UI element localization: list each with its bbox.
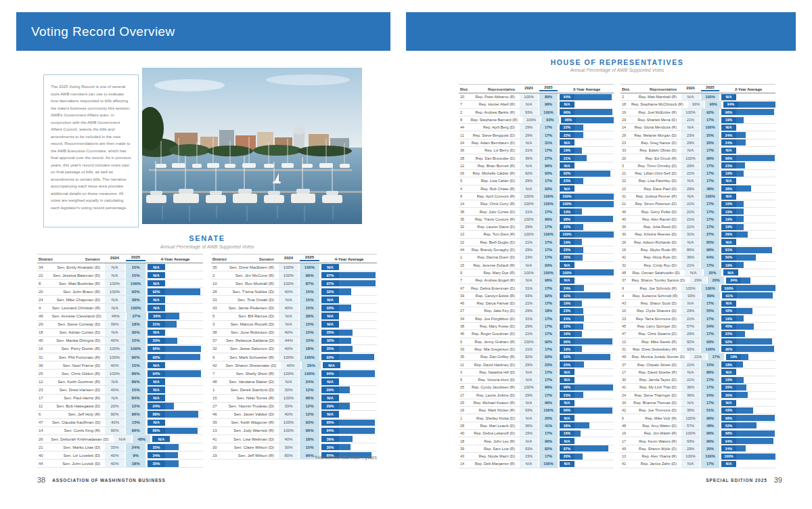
cell-2024-percent: N/A xyxy=(681,177,700,184)
cell-average: N/A xyxy=(560,400,614,406)
cell-2024-percent: 86% xyxy=(681,246,700,253)
cell-legislator-name: Sen. Rebecca Saldana (D) xyxy=(226,338,279,342)
cell-2025-percent: 100% xyxy=(300,353,319,361)
cell-district: 5 xyxy=(459,179,471,183)
average-value: 52% xyxy=(721,422,736,428)
cell-legislator-name: Sen. Shelly Short (R) xyxy=(226,372,279,376)
cell-district: 28 xyxy=(459,424,471,428)
cell-district: 47 xyxy=(459,286,471,290)
table-row: 1Rep. Davina Duerr (D)23%17%20% xyxy=(459,254,614,261)
table-row: 44Sen. John Lovick (D)40%18%35% xyxy=(37,460,203,468)
cell-2025-percent: 93% xyxy=(541,116,559,123)
table-row: 21Rep. Strom Peterson (D)21%17%19% xyxy=(621,200,775,208)
average-value: N/A xyxy=(148,280,165,287)
table-row: 23Sen. Drew Hansen (D)40%15%N/A xyxy=(37,386,203,394)
cell-average: 20% xyxy=(560,255,614,261)
cell-2025-percent: 17% xyxy=(701,223,719,230)
cell-legislator-name: Rep. Mia Gregerson (D) xyxy=(471,347,520,351)
average-value: 29% xyxy=(721,231,736,238)
cell-district: 41 xyxy=(211,437,226,441)
cell-2025-percent: 20% xyxy=(704,269,721,276)
table-row: 8Rep. April Connors (R)100%100%100% xyxy=(459,193,614,200)
cell-2024-percent: N/A xyxy=(520,376,538,383)
average-value: N/A xyxy=(560,278,574,284)
average-value: 100% xyxy=(560,269,574,275)
cell-legislator-name: Rep. Sharlett Mena (D) xyxy=(633,118,681,122)
cell-2025-percent: 17% xyxy=(701,208,719,215)
cell-2025-percent: 15% xyxy=(300,443,319,451)
cell-2024-percent: 31% xyxy=(520,315,538,322)
cell-average: 94% xyxy=(723,102,775,108)
cell-average: N/A xyxy=(148,305,203,311)
cell-legislator-name: Rep. Michelle Caldier (R) xyxy=(471,171,520,175)
cell-legislator-name: Rep. Hunter Abell (R) xyxy=(471,102,520,106)
cell-district: 27 xyxy=(459,393,471,397)
average-value: 96% xyxy=(721,109,736,115)
average-value: 45% xyxy=(721,324,736,330)
table-row: 7Rep. Andrew Engell (R)N/A96%N/A xyxy=(459,277,614,284)
cell-2024-percent: 29% xyxy=(520,307,538,314)
cell-2025-percent: 17% xyxy=(539,131,558,138)
cell-2024-percent: 100% xyxy=(520,269,538,276)
cell-2025-percent: 100% xyxy=(539,193,558,200)
average-bar xyxy=(736,361,743,368)
page-number: 39 xyxy=(774,476,782,484)
table-row: 20Sen. John Braun (R)100%93%92% xyxy=(37,288,203,296)
cell-legislator-name: Sen. Bob Hasegawa (D) xyxy=(52,404,105,408)
average-bar xyxy=(165,452,178,459)
average-bar xyxy=(165,338,177,345)
cell-average: 92% xyxy=(560,354,614,360)
cell-2024-percent: 21% xyxy=(520,239,538,246)
average-value: 87% xyxy=(560,445,574,451)
table-row: 4Rep. Rob Chase (R)N/A93%N/A xyxy=(459,185,614,193)
senate-table-column-1: District Senator 2024 2025 4-Year Averag… xyxy=(37,254,203,468)
average-bar xyxy=(736,331,745,337)
cell-2025-percent: 9% xyxy=(126,451,145,459)
cell-2025-percent: 100% xyxy=(539,109,558,116)
average-value: 32% xyxy=(321,288,339,295)
average-value: 94% xyxy=(321,370,339,377)
cell-legislator-name: Rep. Liz Berry (D) xyxy=(471,148,520,152)
average-bar xyxy=(736,185,751,192)
average-value: 24% xyxy=(726,278,741,284)
cell-legislator-name: Rep. Melanie Morgan (D) xyxy=(633,133,681,137)
average-bar xyxy=(736,324,754,330)
table-row: 35Rep. Dan Griffey (R)92%93%92% xyxy=(459,353,614,361)
average-bar xyxy=(574,224,583,230)
average-bar xyxy=(736,262,744,268)
cell-district: 9 xyxy=(459,271,471,275)
table-row: 31Rep. Drew Stokesbary (R)93%100%96% xyxy=(621,346,775,353)
average-value: 19% xyxy=(721,216,736,222)
cell-2025-percent: 17% xyxy=(708,353,725,360)
cell-district: 35 xyxy=(459,355,471,359)
table-row: 26Rep. Michelle Caldier (R)92%93%92% xyxy=(459,170,614,177)
cell-district: 10 xyxy=(621,187,633,191)
cell-2024-percent: 21% xyxy=(681,223,700,230)
average-bar xyxy=(165,321,177,328)
cell-average: N/A xyxy=(148,378,203,385)
table-row: 9Sen. Mark Schoesler (R)100%100%93% xyxy=(211,353,377,361)
table-header: District Senator 2024 2025 4-Year Averag… xyxy=(37,254,203,263)
table-row: 48Rep. Amy Walen (D)57%48%52% xyxy=(621,422,775,430)
cell-average: N/A xyxy=(321,264,377,271)
average-value: N/A xyxy=(721,400,736,406)
cell-2025-percent: 100% xyxy=(126,280,145,287)
cell-legislator-name: Rep. Joel McEntire (R) xyxy=(633,110,681,114)
cell-average: 38% xyxy=(560,422,614,428)
cell-district: 12 xyxy=(621,340,633,344)
table-row: 45Sen. Manka Dhingra (D)40%15%33% xyxy=(37,337,203,345)
average-value: 96% xyxy=(560,407,574,414)
cell-average: N/A xyxy=(721,194,775,200)
average-value: 24% xyxy=(560,285,574,291)
cell-district: 46 xyxy=(621,210,633,214)
page-title: Voting Record Overview xyxy=(16,24,175,39)
table-row: 46Rep. Gerry Pollet (D)21%17%19% xyxy=(621,208,775,215)
cell-2025-percent: 17% xyxy=(539,284,558,291)
average-bar xyxy=(574,194,614,200)
cell-average: 97% xyxy=(321,272,377,279)
cell-district: 39 xyxy=(211,420,226,424)
cell-district: 11 xyxy=(37,404,52,408)
cell-2024-percent: N/A xyxy=(681,399,700,406)
cell-district: 14 xyxy=(459,462,471,466)
cell-average: N/A xyxy=(321,395,377,401)
